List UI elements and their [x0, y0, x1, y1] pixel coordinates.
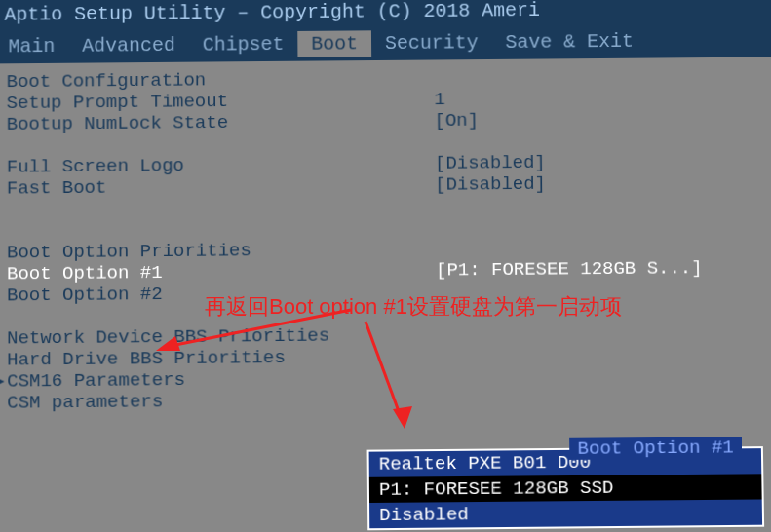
svg-line-2 [366, 322, 400, 414]
fast-boot-label[interactable]: Fast Boot [7, 174, 435, 200]
svg-marker-3 [393, 406, 412, 429]
popup-title: Boot Option #1 [569, 437, 741, 460]
menu-save-exit[interactable]: Save & Exit [491, 28, 647, 56]
menu-main[interactable]: Main [0, 33, 68, 59]
menu-advanced[interactable]: Advanced [68, 32, 189, 59]
annotation-text: 再返回Boot option #1设置硬盘为第一启动项 [205, 292, 622, 322]
full-screen-logo-value[interactable]: [Disabled] [435, 150, 762, 174]
menu-security[interactable]: Security [371, 29, 492, 57]
boot-option-popup: Boot Option #1 Realtek PXE B01 D00 P1: F… [367, 446, 765, 530]
boot-option-1-value[interactable]: [P1: FORESEE 128GB S...] [436, 257, 763, 282]
fast-boot-value[interactable]: [Disabled] [435, 171, 762, 196]
bootup-numlock-label[interactable]: Bootup NumLock State [7, 110, 435, 135]
bios-title: Aptio Setup Utility – Copyright (C) 2018… [4, 0, 540, 26]
popup-option-foresee[interactable]: P1: FORESEE 128GB SSD [369, 474, 762, 503]
popup-option-disabled[interactable]: Disabled [369, 499, 762, 528]
annotation-arrow-2 [346, 317, 424, 434]
menu-chipset[interactable]: Chipset [189, 31, 298, 58]
svg-marker-1 [156, 336, 180, 351]
setup-prompt-timeout-value[interactable]: 1 [434, 86, 760, 110]
menu-boot[interactable]: Boot [297, 30, 371, 57]
bootup-numlock-value[interactable]: [On] [434, 107, 760, 132]
